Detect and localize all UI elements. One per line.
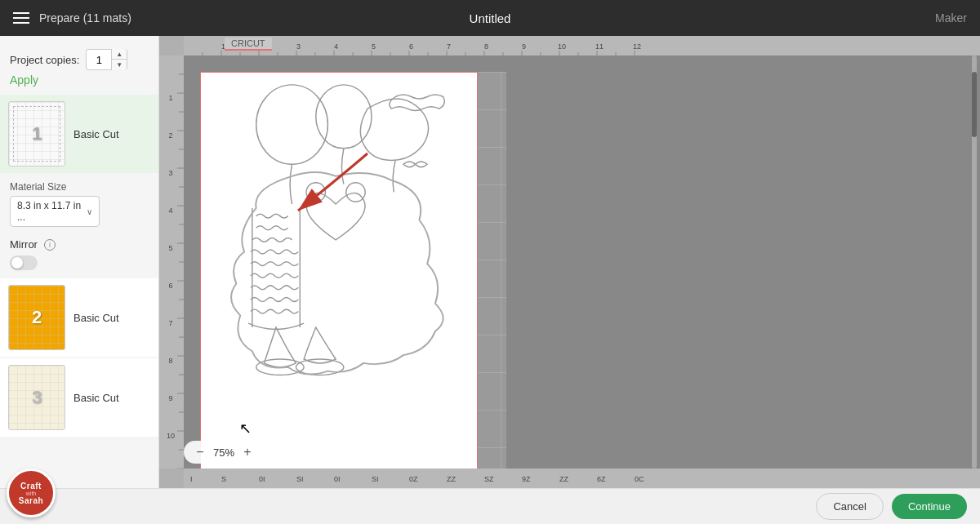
svg-text:4: 4 bbox=[168, 206, 172, 215]
svg-text:11: 11 bbox=[595, 42, 604, 51]
copies-input[interactable] bbox=[87, 54, 111, 66]
svg-rect-0 bbox=[184, 36, 980, 56]
project-copies-label: Project copies: bbox=[10, 54, 79, 66]
svg-text:0I: 0I bbox=[259, 475, 265, 483]
project-copies-row: Project copies: ▲ ▼ bbox=[0, 42, 158, 73]
mat-number-2: 2 bbox=[32, 307, 42, 328]
design-svg bbox=[209, 81, 470, 391]
svg-text:S: S bbox=[221, 475, 226, 483]
mat-label-3: Basic Cut bbox=[74, 392, 119, 404]
mat-thumbnail-3: 3 bbox=[8, 365, 65, 430]
mat-card-2[interactable]: 2 Basic Cut bbox=[0, 278, 158, 357]
svg-text:SZ: SZ bbox=[484, 475, 494, 483]
ruler-left-svg: 1 2 3 4 5 6 7 8 9 10 11 bbox=[159, 56, 184, 468]
continue-button[interactable]: Continue bbox=[892, 494, 967, 519]
zoom-in-button[interactable]: + bbox=[239, 444, 256, 460]
svg-text:9: 9 bbox=[522, 42, 526, 51]
canvas-tab-label: CRICUT bbox=[225, 38, 272, 51]
ruler-bottom-svg: 0C 6Z ZZ 9Z SZ ZZ 0Z SI 0I SI 0I S I bbox=[184, 468, 980, 488]
zoom-out-button[interactable]: − bbox=[192, 444, 208, 460]
mirror-section: Mirror i bbox=[0, 233, 158, 255]
svg-text:8: 8 bbox=[168, 357, 172, 365]
material-size-select[interactable]: 8.3 in x 11.7 in ... ∨ bbox=[10, 196, 100, 227]
svg-text:9Z: 9Z bbox=[522, 475, 531, 483]
svg-text:8: 8 bbox=[484, 42, 488, 51]
header-left: Prepare (11 mats) bbox=[13, 11, 131, 24]
ruler-corner-tl bbox=[159, 36, 184, 56]
svg-text:1: 1 bbox=[168, 94, 172, 102]
copies-down-arrow[interactable]: ▼ bbox=[112, 60, 127, 70]
svg-text:ZZ: ZZ bbox=[559, 475, 568, 483]
mat-number-3: 3 bbox=[32, 387, 42, 408]
document-title: Untitled bbox=[470, 11, 511, 25]
mat-thumbnail-1: 1 bbox=[8, 101, 65, 167]
svg-text:SI: SI bbox=[296, 475, 304, 483]
mat-thumbnail-2: 2 bbox=[8, 285, 65, 350]
ruler-corner-br bbox=[159, 468, 184, 488]
material-size-chevron-icon: ∨ bbox=[87, 207, 92, 216]
cancel-button[interactable]: Cancel bbox=[816, 493, 883, 520]
logo-craft-text: Craft bbox=[20, 482, 42, 491]
svg-text:0C: 0C bbox=[635, 475, 644, 483]
svg-text:12: 12 bbox=[633, 42, 641, 51]
svg-text:7: 7 bbox=[447, 42, 451, 51]
svg-text:4: 4 bbox=[334, 42, 338, 51]
mat-label-1: Basic Cut bbox=[74, 128, 119, 140]
machine-label: Maker bbox=[935, 11, 967, 24]
material-size-section: Material Size 8.3 in x 11.7 in ... ∨ bbox=[0, 175, 158, 233]
mat-card-1[interactable]: 1 Basic Cut bbox=[0, 95, 158, 173]
paper-area bbox=[200, 72, 478, 468]
svg-point-88 bbox=[346, 183, 365, 202]
material-size-value: 8.3 in x 11.7 in ... bbox=[17, 200, 83, 223]
mat-card-3[interactable]: 3 Basic Cut bbox=[0, 358, 158, 437]
header: Prepare (11 mats) Untitled Maker bbox=[0, 0, 980, 36]
svg-text:6: 6 bbox=[168, 282, 172, 290]
work-surface: ↖ bbox=[184, 56, 980, 468]
info-symbol: i bbox=[49, 241, 51, 249]
canvas-area: CRICUT 1 2 3 4 5 6 7 8 bbox=[159, 36, 980, 488]
svg-text:SI: SI bbox=[372, 475, 379, 483]
material-size-label: Material Size bbox=[10, 181, 149, 193]
ruler-left: 1 2 3 4 5 6 7 8 9 10 11 bbox=[159, 56, 184, 468]
mirror-info-icon[interactable]: i bbox=[44, 239, 56, 251]
copies-arrows: ▲ ▼ bbox=[111, 49, 127, 70]
mirror-toggle[interactable] bbox=[10, 255, 38, 270]
hamburger-menu-icon[interactable] bbox=[13, 12, 29, 24]
zoom-controls: − 75% + bbox=[184, 441, 264, 464]
svg-text:6Z: 6Z bbox=[597, 475, 606, 483]
svg-point-87 bbox=[306, 183, 325, 202]
svg-text:3: 3 bbox=[168, 169, 172, 177]
logo-badge: Craft with Sarah bbox=[7, 468, 56, 517]
apply-button[interactable]: Apply bbox=[0, 73, 48, 93]
sidebar: Project copies: ▲ ▼ Apply 1 Basic Cut Ma… bbox=[0, 36, 159, 488]
svg-text:0Z: 0Z bbox=[409, 475, 418, 483]
cutting-mat bbox=[200, 72, 506, 468]
copies-up-arrow[interactable]: ▲ bbox=[112, 49, 127, 60]
zoom-level-label: 75% bbox=[213, 446, 234, 459]
svg-text:5: 5 bbox=[372, 42, 376, 51]
svg-text:5: 5 bbox=[168, 244, 172, 252]
ruler-top: 1 2 3 4 5 6 7 8 9 10 11 bbox=[184, 36, 980, 56]
svg-text:7: 7 bbox=[168, 319, 172, 327]
svg-text:10: 10 bbox=[558, 42, 566, 51]
scrollbar-thumb[interactable] bbox=[972, 72, 977, 137]
mat-label-2: Basic Cut bbox=[74, 312, 119, 324]
svg-text:9: 9 bbox=[168, 394, 172, 402]
svg-text:6: 6 bbox=[409, 42, 413, 51]
logo-sarah-text: Sarah bbox=[19, 496, 43, 505]
svg-text:0I: 0I bbox=[334, 475, 341, 483]
logo-with-text: with bbox=[26, 491, 36, 496]
svg-text:2: 2 bbox=[168, 131, 172, 140]
footer: Cancel Continue bbox=[0, 488, 980, 524]
prepare-title: Prepare (11 mats) bbox=[39, 11, 131, 24]
mirror-label: Mirror bbox=[10, 238, 38, 251]
mat-number-1: 1 bbox=[32, 123, 42, 144]
vertical-scrollbar[interactable] bbox=[972, 56, 977, 468]
svg-text:I: I bbox=[190, 475, 193, 483]
main-layout: Project copies: ▲ ▼ Apply 1 Basic Cut Ma… bbox=[0, 36, 980, 488]
svg-text:3: 3 bbox=[296, 42, 301, 51]
svg-text:10: 10 bbox=[167, 432, 175, 440]
ruler-bottom: 0C 6Z ZZ 9Z SZ ZZ 0Z SI 0I SI 0I S I bbox=[184, 468, 980, 488]
copies-input-wrapper: ▲ ▼ bbox=[86, 49, 127, 70]
svg-text:ZZ: ZZ bbox=[447, 475, 456, 483]
